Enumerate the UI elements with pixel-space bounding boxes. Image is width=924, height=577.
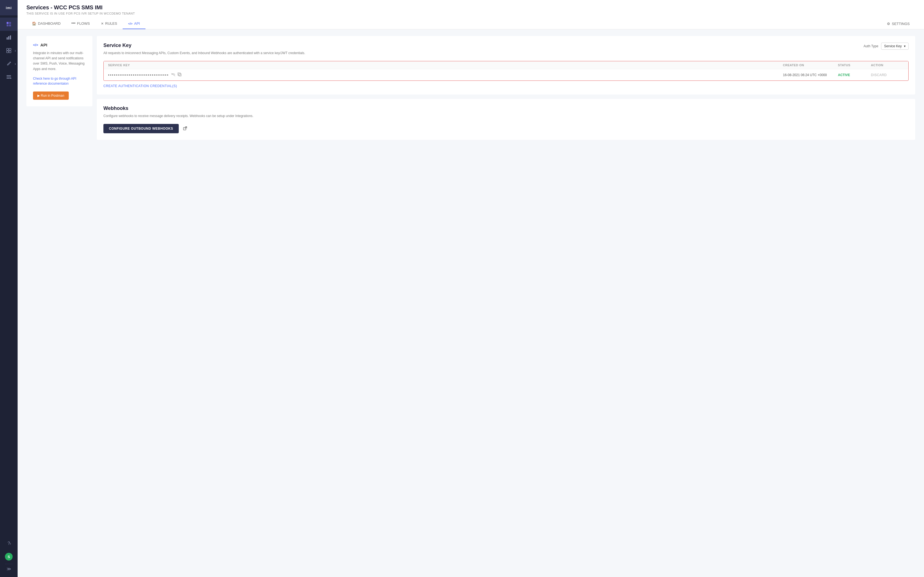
help-icon: ? xyxy=(8,541,10,546)
svg-rect-13 xyxy=(6,78,10,79)
tab-settings[interactable]: ⚙ SETTINGS xyxy=(881,19,915,29)
chevron-down-icon: ▾ xyxy=(904,44,906,48)
tab-api-label: API xyxy=(134,21,140,26)
left-panel: </> API Integrate in minutes with our mu… xyxy=(26,36,92,106)
created-on: 16-08-2021 06:24 UTC +0000 xyxy=(783,73,838,77)
svg-rect-8 xyxy=(9,48,11,50)
auth-type-selector: Auth Type Service Key ▾ xyxy=(864,43,909,50)
tab-dashboard[interactable]: 🏠 DASHBOARD xyxy=(26,18,66,29)
auth-type-value: Service Key xyxy=(884,44,902,48)
sidebar-bottom: ? S ≫ xyxy=(5,537,13,577)
chart-icon xyxy=(6,35,11,40)
svg-rect-10 xyxy=(9,51,11,53)
api-docs-link[interactable]: Check here to go through API reference d… xyxy=(33,76,86,86)
svg-rect-0 xyxy=(6,22,8,24)
api-title-icon: </> xyxy=(33,43,38,47)
tabs-row: 🏠 DASHBOARD FLOWS ✕ RULES </> API xyxy=(26,18,915,29)
svg-point-16 xyxy=(73,23,74,24)
auth-type-dropdown[interactable]: Service Key ▾ xyxy=(881,43,909,50)
tab-rules[interactable]: ✕ RULES xyxy=(95,18,123,29)
table-row: •••••••••••••••••••••••••••••••• xyxy=(104,69,908,81)
copy-icon[interactable] xyxy=(178,73,181,77)
status-badge: ACTIVE xyxy=(838,73,871,77)
tools-icon xyxy=(6,61,11,66)
col-created-on: CREATED ON xyxy=(783,63,838,67)
col-action: ACTION xyxy=(871,63,904,67)
configure-webhooks-button[interactable]: CONFIGURE OUTBOUND WEBHOOKS xyxy=(103,124,179,133)
dashboard-icon: 🏠 xyxy=(32,21,36,26)
webhooks-description: Configure webhooks to receive message de… xyxy=(103,113,909,118)
sidebar-item-list[interactable] xyxy=(0,70,18,84)
content-area: </> API Integrate in minutes with our mu… xyxy=(18,29,924,577)
svg-rect-12 xyxy=(6,77,11,77)
auth-type-label: Auth Type xyxy=(864,44,878,48)
svg-rect-1 xyxy=(9,22,11,24)
auth-type-row: Service Key All requests to imiconnect M… xyxy=(103,43,909,61)
svg-rect-5 xyxy=(8,36,9,40)
right-panel: Service Key All requests to imiconnect M… xyxy=(97,36,915,571)
svg-rect-19 xyxy=(178,73,180,75)
sidebar-logo[interactable]: imi xyxy=(0,0,18,15)
sidebar-item-tools[interactable] xyxy=(0,57,18,70)
svg-rect-9 xyxy=(6,51,8,53)
tab-settings-label: SETTINGS xyxy=(892,22,910,26)
service-key-value: •••••••••••••••••••••••••••••••• xyxy=(108,73,783,77)
tab-dashboard-label: DASHBOARD xyxy=(38,21,60,26)
external-link-icon[interactable] xyxy=(183,126,187,131)
sidebar-item-grid[interactable] xyxy=(0,18,18,31)
col-status: STATUS xyxy=(838,63,871,67)
webhooks-btn-row: CONFIGURE OUTBOUND WEBHOOKS xyxy=(103,124,909,133)
page-subtitle: THIS SERVICE IS IN USE FOR PCS IVR SETUP… xyxy=(26,12,915,15)
discard-button[interactable]: DISCARD xyxy=(871,73,904,77)
svg-rect-11 xyxy=(6,75,11,76)
svg-rect-3 xyxy=(9,24,11,26)
flows-icon xyxy=(71,21,75,26)
create-credential-link[interactable]: CREATE AUTHENTICATION CREDENTIAL(S) xyxy=(103,84,909,88)
svg-rect-4 xyxy=(6,37,8,40)
svg-rect-18 xyxy=(179,74,181,76)
svg-point-15 xyxy=(71,23,73,24)
api-panel-description: Integrate in minutes with our multi-chan… xyxy=(33,50,86,72)
webhooks-title: Webhooks xyxy=(103,105,909,111)
tab-flows-label: FLOWS xyxy=(77,21,90,26)
service-key-card: Service Key All requests to imiconnect M… xyxy=(97,36,915,95)
service-key-title: Service Key All requests to imiconnect M… xyxy=(103,43,305,61)
svg-rect-6 xyxy=(10,35,11,40)
collapse-button[interactable]: ≫ xyxy=(5,564,13,574)
eye-off-icon[interactable] xyxy=(171,73,176,77)
sidebar-item-modules[interactable] xyxy=(0,44,18,57)
tab-rules-label: RULES xyxy=(105,21,117,26)
svg-rect-7 xyxy=(6,48,8,50)
svg-point-17 xyxy=(74,23,75,24)
tab-api[interactable]: </> API xyxy=(123,18,145,29)
service-key-table: SERVICE KEY CREATED ON STATUS ACTION •••… xyxy=(103,61,909,81)
sidebar-nav xyxy=(0,15,18,537)
sidebar-item-user[interactable]: S xyxy=(5,551,13,563)
table-header: SERVICE KEY CREATED ON STATUS ACTION xyxy=(104,61,908,69)
sidebar: imi xyxy=(0,0,18,577)
main-content: Services - WCC PCS SMS IMI THIS SERVICE … xyxy=(18,0,924,577)
page-header: Services - WCC PCS SMS IMI THIS SERVICE … xyxy=(18,0,924,29)
key-dots: •••••••••••••••••••••••••••••••• xyxy=(108,73,169,77)
tab-flows[interactable]: FLOWS xyxy=(66,18,95,29)
api-panel-title: </> API xyxy=(33,43,86,47)
avatar: S xyxy=(5,553,13,561)
collapse-icon: ≫ xyxy=(6,566,11,572)
grid-icon xyxy=(6,21,11,27)
run-in-postman-button[interactable]: ▶ Run in Postman xyxy=(33,92,69,100)
list-icon xyxy=(6,74,11,80)
page-title: Services - WCC PCS SMS IMI xyxy=(26,5,915,11)
col-service-key: SERVICE KEY xyxy=(108,63,783,67)
svg-point-14 xyxy=(10,78,11,79)
modules-icon xyxy=(6,48,11,53)
sidebar-item-help[interactable]: ? xyxy=(5,537,13,550)
svg-rect-2 xyxy=(6,24,8,26)
webhooks-card: Webhooks Configure webhooks to receive m… xyxy=(97,99,915,140)
api-icon: </> xyxy=(128,22,132,25)
tabs: 🏠 DASHBOARD FLOWS ✕ RULES </> API xyxy=(26,18,145,29)
settings-icon: ⚙ xyxy=(887,22,890,26)
sidebar-item-chart[interactable] xyxy=(0,31,18,44)
rules-icon: ✕ xyxy=(101,22,104,26)
